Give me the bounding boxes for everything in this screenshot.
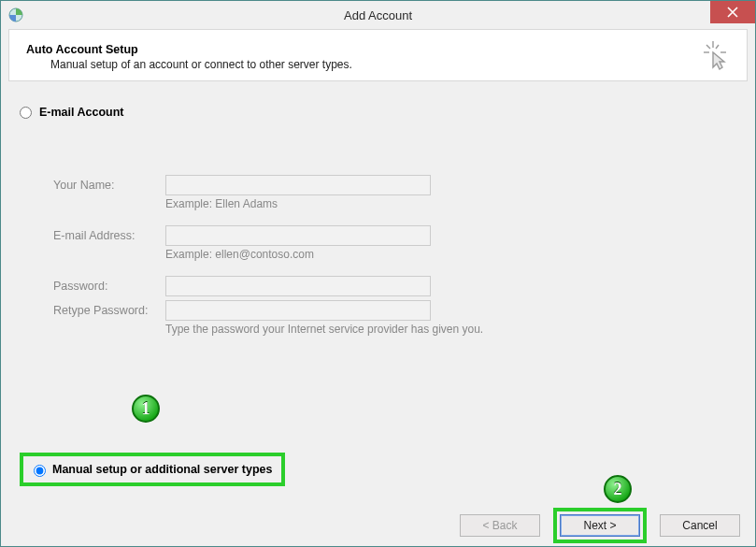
back-button: < Back [460,514,540,537]
footer: 2 < Back Next > Cancel [1,505,755,546]
cancel-button[interactable]: Cancel [660,514,740,537]
your-name-label: Your Name: [53,179,165,192]
password-label: Password: [53,280,165,293]
your-name-hint: Example: Ellen Adams [165,197,736,210]
app-icon [8,7,23,22]
radio-email-account[interactable]: E-mail Account [20,106,736,119]
svg-line-3 [716,45,719,49]
radio-manual-setup[interactable]: Manual setup or additional server types [20,453,285,486]
body-panel: E-mail Account Your Name: Example: Ellen… [1,81,755,505]
cursor-click-icon [702,39,734,71]
annotation-badge-2: 2 [604,475,632,503]
svg-line-4 [706,45,710,49]
close-icon [727,7,738,18]
email-input[interactable] [165,225,431,246]
heading: Auto Account Setup [26,43,730,56]
next-button-highlight: Next > [553,508,647,543]
retype-hint: Type the password your Internet service … [165,323,736,336]
email-label: E-mail Address: [53,229,165,242]
next-button[interactable]: Next > [560,514,640,537]
retype-label: Retype Password: [53,304,165,317]
radio-email-label: E-mail Account [39,106,124,119]
add-account-window: Add Account Auto Account Setup Manual se… [0,0,756,547]
annotation-badge-1: 1 [132,395,160,423]
your-name-input[interactable] [165,175,431,195]
radio-manual-input[interactable] [34,465,46,477]
password-input[interactable] [165,276,431,296]
window-title: Add Account [344,8,412,22]
radio-email-input[interactable] [20,107,32,119]
form-block: Your Name: Example: Ellen Adams E-mail A… [53,175,736,336]
retype-input[interactable] [165,300,431,321]
close-button[interactable] [710,1,755,23]
titlebar: Add Account [1,1,755,29]
email-hint: Example: ellen@contoso.com [165,248,736,261]
subheading: Manual setup of an account or connect to… [50,58,730,71]
radio-manual-label: Manual setup or additional server types [52,463,272,476]
header-panel: Auto Account Setup Manual setup of an ac… [8,29,748,81]
